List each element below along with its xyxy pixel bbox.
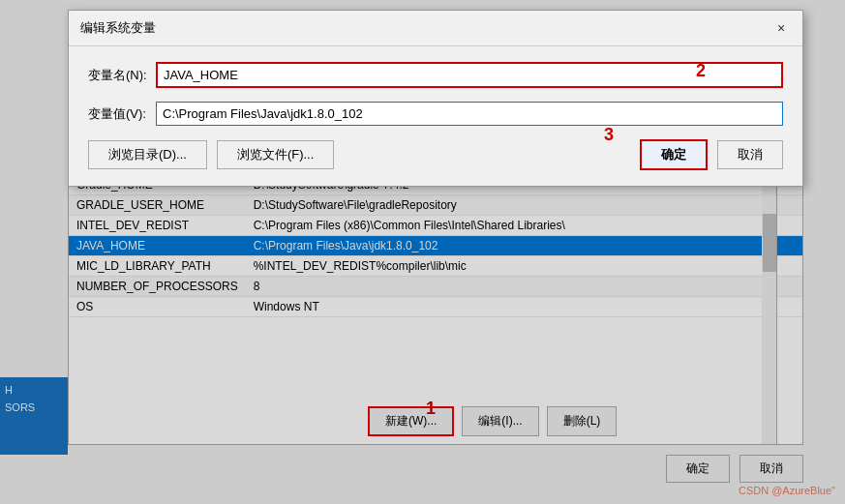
number-label-3: 3 [604,125,614,145]
var-value-row: 变量值(V): [88,102,783,126]
dialog-body: 变量名(N): 变量值(V): 浏览目录(D)... 浏览文件(F)... 确定… [69,46,802,186]
var-name-row: 变量名(N): [88,62,783,88]
number-label-2: 2 [696,61,706,81]
var-value-input[interactable] [156,102,783,126]
confirm-button[interactable]: 确定 [640,139,708,170]
dialog-titlebar: 编辑系统变量 × [69,11,802,46]
cancel-button[interactable]: 取消 [717,140,783,169]
close-button[interactable]: × [771,18,791,38]
var-name-label: 变量名(N): [88,67,156,84]
dialog-title: 编辑系统变量 [80,19,156,37]
dialog-buttons-row: 浏览目录(D)... 浏览文件(F)... 确定 取消 [88,139,783,170]
browse-file-button[interactable]: 浏览文件(F)... [217,140,334,169]
edit-system-variable-dialog: 编辑系统变量 × 变量名(N): 变量值(V): 浏览目录(D)... 浏览文件… [68,10,803,187]
var-value-label: 变量值(V): [88,105,156,123]
var-name-input[interactable] [156,62,783,88]
browse-dir-button[interactable]: 浏览目录(D)... [88,140,207,169]
